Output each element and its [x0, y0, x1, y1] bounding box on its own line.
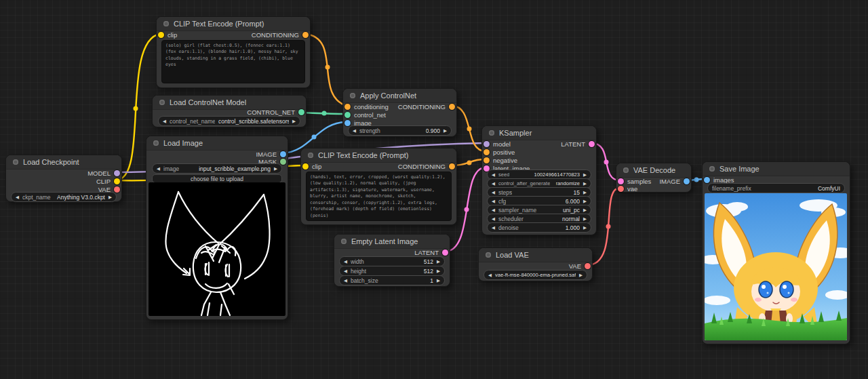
- arrow-left-icon[interactable]: ◀: [492, 199, 495, 204]
- control-net-name-widget[interactable]: ◀ control_net_name control_scribble.safe…: [158, 116, 300, 126]
- latent-output[interactable]: LATENT: [561, 140, 595, 148]
- arrow-left-icon[interactable]: ◀: [344, 278, 347, 283]
- node-clip-text-encode-positive[interactable]: CLIP Text Encode (Prompt) clip CONDITION…: [156, 16, 311, 88]
- control-net-input[interactable]: control_net: [344, 111, 386, 119]
- clip-input[interactable]: clip: [302, 162, 321, 170]
- mask-port-icon[interactable]: [280, 159, 286, 165]
- model-output[interactable]: MODEL: [87, 169, 120, 177]
- conditioning-output[interactable]: CONDITIONING: [398, 162, 455, 170]
- vae-port-icon[interactable]: [618, 186, 624, 192]
- conditioning-output[interactable]: CONDITIONING: [398, 102, 455, 111]
- image-port-icon[interactable]: [280, 151, 286, 157]
- arrow-left-icon[interactable]: ◀: [492, 172, 495, 178]
- arrow-right-icon[interactable]: ▶: [579, 273, 583, 278]
- vae-port-icon[interactable]: [585, 263, 591, 269]
- control-net-port-icon[interactable]: [344, 112, 351, 118]
- node-load-vae[interactable]: Load VAE VAE ◀ vae-ft-mse-840000-ema-pru…: [478, 247, 593, 281]
- arrow-right-icon[interactable]: ▶: [583, 216, 587, 222]
- arrow-right-icon[interactable]: ▶: [437, 259, 440, 264]
- batch-size-widget[interactable]: ◀ batch_size 1 ▶: [339, 275, 445, 285]
- image-port-icon[interactable]: [704, 177, 710, 183]
- arrow-right-icon[interactable]: ▶: [583, 199, 587, 204]
- latent-port-icon[interactable]: [589, 141, 595, 147]
- image-filename-widget[interactable]: ◀ image input_scribble_example.png ▶: [152, 163, 282, 174]
- node-status-icon: [153, 140, 159, 146]
- clip-port-icon[interactable]: [114, 178, 120, 184]
- arrow-left-icon[interactable]: ◀: [492, 181, 495, 186]
- arrow-right-icon[interactable]: ▶: [443, 128, 447, 134]
- node-load-image[interactable]: Load Image IMAGE MASK ◀ image input_scri…: [146, 136, 288, 320]
- positive-prompt-textarea[interactable]: (solo) girl (flat chest:0.5), (fennec ea…: [161, 40, 305, 83]
- image-port-icon[interactable]: [344, 120, 351, 126]
- arrow-left-icon[interactable]: ◀: [492, 207, 495, 213]
- control-net-output[interactable]: CONTROL_NET: [247, 108, 304, 116]
- node-title: VAE Decode: [616, 163, 691, 178]
- vae-port-icon[interactable]: [114, 186, 120, 193]
- conditioning-output[interactable]: CONDITIONING: [252, 31, 309, 39]
- ckpt-name-widget[interactable]: ◀ ckpt_name Anything V3.0.ckpt ▶: [11, 192, 117, 202]
- conditioning-port-icon[interactable]: [449, 104, 455, 110]
- node-graph-canvas[interactable]: CLIP Text Encode (Prompt) clip CONDITION…: [0, 0, 868, 379]
- arrow-right-icon[interactable]: ▶: [108, 195, 112, 200]
- arrow-right-icon[interactable]: ▶: [274, 166, 277, 172]
- arrow-left-icon[interactable]: ◀: [492, 216, 495, 222]
- filename-prefix-widget[interactable]: filename_prefix ComfyUI: [707, 183, 845, 193]
- arrow-left-icon[interactable]: ◀: [492, 225, 495, 231]
- arrow-left-icon[interactable]: ◀: [157, 166, 160, 172]
- model-input[interactable]: model: [484, 140, 511, 148]
- negative-input[interactable]: negative: [484, 156, 517, 164]
- vae-output[interactable]: VAE: [569, 262, 591, 270]
- node-vae-decode[interactable]: VAE Decode samples vae IMAGE: [616, 163, 692, 193]
- model-port-icon[interactable]: [484, 141, 490, 147]
- arrow-left-icon[interactable]: ◀: [492, 190, 495, 195]
- node-ksampler[interactable]: KSampler model positive negative latent_…: [481, 125, 597, 235]
- control-net-port-icon[interactable]: [298, 109, 304, 115]
- arrow-right-icon[interactable]: ▶: [583, 190, 587, 195]
- node-title: Apply ControlNet: [343, 89, 456, 103]
- node-apply-controlnet[interactable]: Apply ControlNet conditioning control_ne…: [342, 88, 457, 137]
- arrow-left-icon[interactable]: ◀: [344, 259, 347, 264]
- model-port-icon[interactable]: [114, 170, 120, 176]
- conditioning-input[interactable]: conditioning: [344, 102, 389, 111]
- image-port-icon[interactable]: [684, 178, 690, 184]
- negative-prompt-textarea[interactable]: (hands), text, error, cropped, (worst qu…: [306, 172, 452, 221]
- conditioning-port-icon[interactable]: [484, 157, 490, 163]
- arrow-left-icon[interactable]: ◀: [163, 119, 166, 124]
- conditioning-port-icon[interactable]: [449, 163, 455, 169]
- clip-output[interactable]: CLIP: [96, 177, 120, 185]
- vae-name-widget[interactable]: ◀ vae-ft-mse-840000-ema-pruned.safetenso…: [484, 270, 587, 280]
- conditioning-port-icon[interactable]: [302, 32, 309, 38]
- clip-input[interactable]: clip: [158, 31, 177, 39]
- node-clip-text-encode-negative[interactable]: CLIP Text Encode (Prompt) clip CONDITION…: [300, 148, 457, 225]
- latent-output[interactable]: LATENT: [414, 248, 448, 256]
- arrow-right-icon[interactable]: ▶: [437, 278, 440, 283]
- node-load-checkpoint[interactable]: Load Checkpoint MODEL CLIP VAE ◀ ckpt_na…: [5, 155, 122, 202]
- arrow-right-icon[interactable]: ▶: [292, 119, 296, 124]
- conditioning-port-icon[interactable]: [484, 149, 490, 155]
- arrow-left-icon[interactable]: ◀: [488, 273, 492, 278]
- arrow-left-icon[interactable]: ◀: [16, 195, 19, 200]
- arrow-right-icon[interactable]: ▶: [583, 181, 587, 186]
- latent-port-icon[interactable]: [442, 250, 448, 256]
- image-output[interactable]: IMAGE: [659, 177, 690, 185]
- conditioning-port-icon[interactable]: [344, 104, 351, 110]
- clip-port-icon[interactable]: [158, 32, 164, 38]
- width-widget[interactable]: ◀ width 512 ▶: [339, 256, 445, 266]
- node-save-image[interactable]: Save Image images filename_prefix ComfyU…: [702, 161, 850, 344]
- node-load-controlnet-model[interactable]: Load ControlNet Model CONTROL_NET ◀ cont…: [152, 95, 307, 127]
- arrow-right-icon[interactable]: ▶: [583, 172, 587, 178]
- height-widget[interactable]: ◀ height 512 ▶: [339, 266, 445, 276]
- latent-port-icon[interactable]: [618, 178, 624, 184]
- arrow-left-icon[interactable]: ◀: [353, 128, 356, 134]
- denoise-widget[interactable]: ◀ denoise 1.000 ▶: [487, 222, 591, 233]
- vae-input[interactable]: vae: [618, 184, 637, 193]
- wire-midpoint-dot: [606, 224, 611, 229]
- arrow-right-icon[interactable]: ▶: [583, 207, 587, 213]
- positive-input[interactable]: positive: [484, 148, 515, 156]
- clip-port-icon[interactable]: [302, 163, 309, 169]
- arrow-right-icon[interactable]: ▶: [437, 268, 440, 274]
- arrow-right-icon[interactable]: ▶: [583, 225, 587, 231]
- arrow-left-icon[interactable]: ◀: [344, 268, 347, 274]
- node-empty-latent-image[interactable]: Empty Latent Image LATENT ◀ width 512 ▶ …: [334, 234, 450, 287]
- strength-widget[interactable]: ◀ strength 0.900 ▶: [348, 125, 452, 136]
